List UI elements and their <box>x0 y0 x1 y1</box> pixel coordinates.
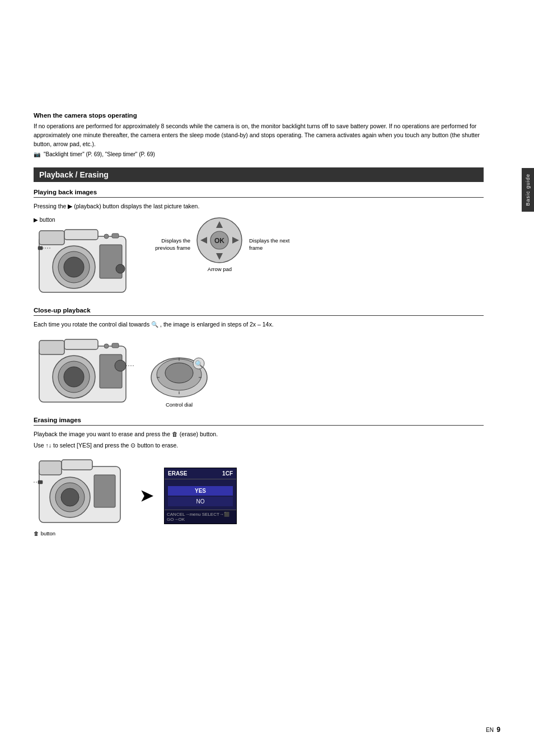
closeup-title: Close-up playback <box>34 307 484 316</box>
content-area: When the camera stops operating If no op… <box>34 112 484 536</box>
svg-point-32 <box>165 363 193 383</box>
erasing-body4: to select [YES] and press the <box>53 442 129 449</box>
erasing-body3-text: Use <box>34 442 44 449</box>
svg-rect-45 <box>94 475 115 507</box>
erasing-body-text: Playback the image you want to erase and… <box>34 431 170 437</box>
erasing-camera-area: 🗑 button <box>34 455 129 536</box>
erasing-diagram: 🗑 button ➤ ERASE 1CF YES NO <box>34 455 484 536</box>
playing-back-diagram: ▶ button <box>34 217 484 298</box>
note-icon: 📷 <box>34 151 41 158</box>
control-dial-label: Control dial <box>166 402 193 408</box>
svg-point-44 <box>61 488 79 506</box>
svg-rect-1 <box>39 231 64 245</box>
svg-rect-8 <box>112 234 119 238</box>
svg-point-24 <box>64 367 84 387</box>
play-button-symbol: ▶ <box>68 203 74 209</box>
closeup-body2: , the image is enlarged in steps of 2x –… <box>160 321 274 328</box>
camera-stops-note: 📷 "Backlight timer" (P. 69), "Sleep time… <box>34 151 484 158</box>
erasing-body3: Use ↑↓ to select [YES] and press the ⊙ b… <box>34 441 484 450</box>
svg-text:OK: OK <box>214 237 224 245</box>
erase-dialog-title: ERASE <box>168 470 187 477</box>
closeup-zoom-icon: 🔍 <box>151 321 160 328</box>
playing-back-section: Playing back images Pressing the ▶ (play… <box>34 189 484 298</box>
erase-title-bar: ERASE 1CF <box>165 468 236 479</box>
svg-rect-27 <box>112 343 119 348</box>
svg-rect-20 <box>39 340 64 354</box>
playing-back-body2: (playback) button displays the last pict… <box>74 203 199 209</box>
erase-yes: YES <box>168 486 233 496</box>
closeup-body-text: Each time you rotate the control dial to… <box>34 321 149 328</box>
svg-rect-2 <box>64 230 98 240</box>
closeup-diagram: 🔍 Control dial <box>34 335 484 408</box>
note-text-content: "Backlight timer" (P. 69), "Sleep timer"… <box>44 151 155 158</box>
side-tab-label: Basic guide <box>525 174 531 206</box>
erase-button-label: 🗑 button <box>34 530 55 536</box>
play-button-label: ▶ button <box>34 217 55 223</box>
page-num: 9 <box>496 726 500 734</box>
closeup-body: Each time you rotate the control dial to… <box>34 320 484 329</box>
previous-frame-label: Displays the previous frame <box>146 237 190 251</box>
erasing-camera-svg <box>34 455 129 528</box>
svg-rect-21 <box>64 339 98 349</box>
page-number: EN 9 <box>486 726 500 734</box>
svg-point-28 <box>115 360 126 371</box>
svg-rect-41 <box>62 460 92 470</box>
playback-erasing-header: Playback / Erasing <box>34 167 484 182</box>
svg-rect-10 <box>38 246 43 250</box>
playing-back-body: Pressing the ▶ (playback) button display… <box>34 202 484 211</box>
erasing-section: Erasing images Playback the image you wa… <box>34 417 484 537</box>
erase-icon-small: 🗑 <box>34 530 41 536</box>
page-en-label: EN <box>486 727 494 733</box>
erase-no: NO <box>168 497 233 506</box>
closeup-section: Close-up playback Each time you rotate t… <box>34 307 484 408</box>
erase-dialog: ERASE 1CF YES NO CANCEL→menu SELECT→⬛ GO… <box>164 468 237 524</box>
erasing-ok-icon: ⊙ <box>130 442 137 449</box>
svg-point-5 <box>64 257 84 277</box>
play-symbol-small: ▶ <box>34 217 40 223</box>
playing-back-title: Playing back images <box>34 189 484 198</box>
control-dial-svg: 🔍 <box>146 349 213 400</box>
erasing-body5: button to erase. <box>137 442 178 449</box>
arrow-pad-svg: OK <box>196 217 243 264</box>
svg-rect-6 <box>100 245 122 278</box>
erasing-arrows: ↑↓ <box>46 442 53 449</box>
svg-rect-46 <box>38 480 43 484</box>
svg-point-7 <box>104 234 109 239</box>
next-frame-label: Displays the next frame <box>249 237 294 251</box>
svg-point-26 <box>104 344 109 348</box>
camera-stops-section: When the camera stops operating If no op… <box>34 112 484 158</box>
erasing-arrow: ➤ <box>140 487 153 505</box>
control-dial-area: 🔍 Control dial <box>146 349 213 408</box>
arrow-pad-label: Arrow pad <box>208 266 232 272</box>
erasing-title: Erasing images <box>34 417 484 426</box>
arrow-pad-area: Displays the previous frame OK <box>146 217 294 272</box>
side-tab: Basic guide <box>522 168 534 212</box>
svg-text:🔍: 🔍 <box>195 360 203 368</box>
closeup-camera-svg <box>34 335 134 408</box>
camera-diagram-playing <box>34 225 134 298</box>
erase-footer: CANCEL→menu SELECT→⬛ GO→OK <box>165 510 236 524</box>
erasing-icon: 🗑 <box>172 431 180 437</box>
erasing-body2: (erase) button. <box>180 431 218 437</box>
svg-rect-40 <box>39 461 62 475</box>
camera-stops-title: When the camera stops operating <box>34 112 484 119</box>
arrow-pad-container: OK Arrow pad <box>196 217 243 272</box>
erase-body: YES NO <box>165 479 236 510</box>
playing-back-body-text: Pressing the <box>34 203 66 209</box>
camera-left-area: ▶ button <box>34 217 134 298</box>
svg-point-9 <box>116 264 125 273</box>
erasing-body: Playback the image you want to erase and… <box>34 430 484 439</box>
camera-stops-body: If no operations are performed for appro… <box>34 122 484 148</box>
erase-dialog-subtitle: 1CF <box>222 470 233 477</box>
page-container: Basic guide When the camera stops operat… <box>0 0 534 756</box>
